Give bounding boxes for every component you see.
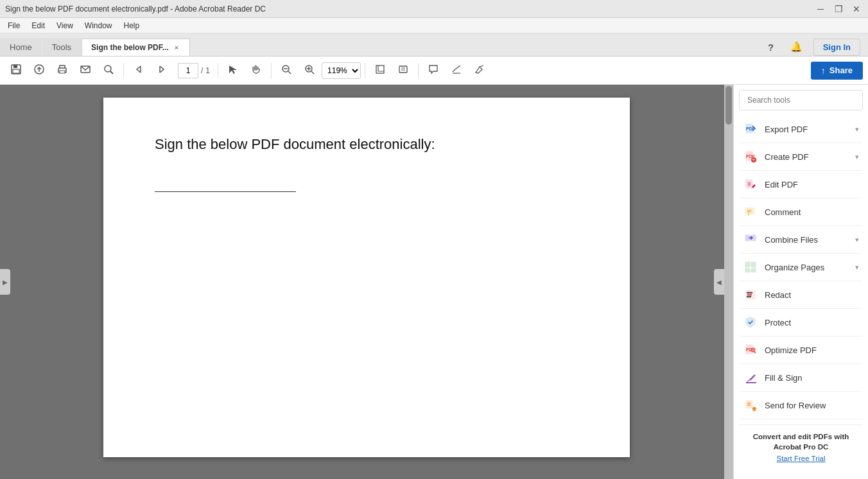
sidebar-tool-edit-pdf[interactable]: Edit PDF [739, 171, 863, 198]
zoom-out-button[interactable] [275, 60, 297, 82]
pdf-page: Sign the below PDF document electronical… [103, 98, 630, 457]
organize-pages-chevron-icon: ▾ [855, 263, 859, 272]
restore-button[interactable]: ❐ [832, 3, 845, 15]
zoom-in-icon [304, 64, 315, 77]
cursor-icon [228, 64, 238, 77]
svg-rect-19 [399, 66, 407, 73]
save-button[interactable] [5, 60, 27, 82]
tab-tools[interactable]: Tools [42, 38, 81, 56]
titlebar: Sign the below PDF document electronical… [0, 0, 868, 18]
zoom-select[interactable]: 119% 100% 75% 150% 200% [322, 62, 361, 79]
send-review-icon: → [743, 397, 758, 413]
promo-box: Convert and edit PDFs with Acrobat Pro D… [739, 424, 863, 469]
crop-icon [375, 64, 385, 77]
export-pdf-chevron-icon: ▾ [855, 125, 859, 134]
print-button[interactable] [51, 60, 73, 82]
menubar: File Edit View Window Help [0, 18, 868, 33]
close-button[interactable]: ✕ [850, 3, 863, 15]
left-panel-toggle[interactable]: ▶ [0, 269, 10, 295]
svg-rect-1 [13, 65, 17, 68]
email-button[interactable] [74, 60, 96, 82]
sidebar-tool-create-pdf[interactable]: PDF+Create PDF▾ [739, 143, 863, 171]
svg-marker-10 [229, 65, 237, 74]
separator-5 [418, 63, 419, 78]
sidebar-tool-send-review[interactable]: →Send for Review [739, 392, 863, 419]
markup-button[interactable] [446, 60, 467, 82]
menu-view[interactable]: View [51, 20, 78, 31]
sidebar-tool-organize-pages[interactable]: Organize Pages▾ [739, 254, 863, 281]
separator-3 [271, 63, 272, 78]
tools-list: PDFExport PDF▾PDF+Create PDF▾Edit PDFCom… [734, 116, 868, 419]
right-panel-toggle[interactable]: ◀ [714, 269, 724, 295]
tabbar: Home Tools Sign the below PDF... × ? 🔔 S… [0, 33, 868, 57]
tab-close-button[interactable]: × [173, 43, 180, 52]
tab-document[interactable]: Sign the below PDF... × [82, 39, 190, 56]
optimize-pdf-label: Optimize PDF [765, 345, 859, 355]
help-button[interactable]: ? [762, 38, 780, 56]
minimize-button[interactable]: ─ [814, 3, 827, 15]
start-trial-link[interactable]: Start Free Trial [745, 455, 856, 462]
menu-file[interactable]: File [3, 20, 25, 31]
left-chevron-icon: ▶ [3, 279, 8, 286]
pdf-text-content: Sign the below PDF document electronical… [155, 136, 578, 153]
search-tools-input[interactable] [739, 90, 863, 110]
sidebar-tool-fill-sign[interactable]: Fill & Sign [739, 364, 863, 392]
email-icon [80, 64, 91, 78]
redact-icon [743, 287, 758, 302]
menu-edit[interactable]: Edit [26, 20, 50, 31]
sidebar-tool-comment[interactable]: Comment [739, 198, 863, 226]
tab-home[interactable]: Home [0, 38, 42, 56]
svg-rect-45 [747, 294, 752, 296]
sidebar-tool-export-pdf[interactable]: PDFExport PDF▾ [739, 116, 863, 143]
optimize-pdf-icon: PDF [743, 342, 758, 358]
svg-text:→: → [752, 406, 758, 412]
select-tool-button[interactable] [222, 60, 244, 82]
edit-pdf-icon [743, 177, 758, 192]
find-button[interactable] [98, 60, 119, 82]
hand-tool-button[interactable] [245, 60, 267, 82]
zoom-in-button[interactable] [299, 60, 320, 82]
share-label: Share [829, 65, 853, 75]
upload-button[interactable] [28, 60, 50, 82]
svg-rect-40 [751, 262, 756, 267]
notifications-button[interactable]: 🔔 [788, 38, 806, 56]
svg-text:+: + [752, 157, 755, 163]
page-total: 1 [205, 66, 210, 75]
tabbar-right: ? 🔔 Sign In [754, 38, 868, 56]
organize-pages-label: Organize Pages [765, 263, 849, 272]
markup-icon [451, 64, 462, 77]
crop-tool-button[interactable] [369, 60, 391, 82]
svg-rect-41 [745, 268, 750, 272]
titlebar-controls: ─ ❐ ✕ [814, 3, 863, 15]
vertical-scrollbar[interactable] [724, 85, 733, 479]
tools-sidebar: PDFExport PDF▾PDF+Create PDF▾Edit PDFCom… [733, 85, 868, 479]
draw-button[interactable] [469, 60, 490, 82]
sidebar-tool-protect[interactable]: Protect [739, 309, 863, 336]
right-chevron-icon: ◀ [716, 279, 722, 286]
sidebar-tool-optimize-pdf[interactable]: PDFOptimize PDF [739, 336, 863, 364]
comment-label: Comment [765, 207, 859, 217]
form-tool-button[interactable] [392, 60, 414, 82]
redact-label: Redact [765, 290, 859, 300]
menu-help[interactable]: Help [119, 20, 145, 31]
sidebar-tool-combine-files[interactable]: Combine Files▾ [739, 226, 863, 254]
combine-files-icon [743, 232, 758, 247]
comment-toolbar-button[interactable] [422, 60, 444, 82]
menu-window[interactable]: Window [80, 20, 117, 31]
help-icon: ? [768, 42, 774, 53]
next-page-button[interactable] [151, 60, 173, 82]
zoom-out-icon [281, 64, 291, 77]
page-navigation: 1 / 1 [178, 63, 210, 78]
share-button[interactable]: ↑ Share [811, 62, 863, 80]
hand-icon [251, 64, 261, 77]
svg-rect-39 [745, 262, 750, 267]
sidebar-tool-redact[interactable]: Redact [739, 281, 863, 309]
page-number-input[interactable]: 1 [178, 63, 198, 78]
share-icon: ↑ [821, 65, 826, 76]
sign-in-button[interactable]: Sign In [813, 39, 860, 56]
prev-page-button[interactable] [128, 60, 150, 82]
separator-1 [123, 63, 124, 78]
toolbar: 1 / 1 119% 100% 75% 150% 200% [0, 57, 868, 85]
scrollbar-thumb[interactable] [725, 86, 732, 125]
svg-rect-30 [746, 180, 752, 188]
